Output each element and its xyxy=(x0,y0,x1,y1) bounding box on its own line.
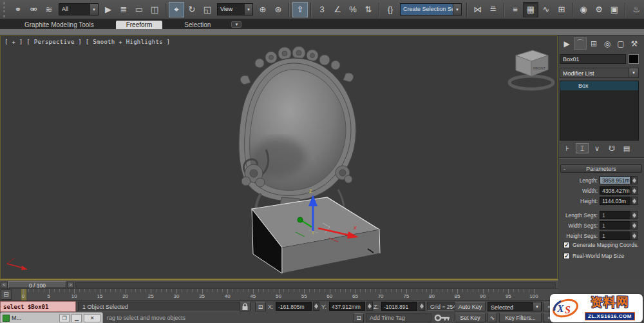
spinner-down-icon[interactable] xyxy=(632,215,636,218)
select-by-name-button[interactable]: ≣ xyxy=(116,2,131,17)
parameters-rollout-header[interactable]: - Parameters xyxy=(560,164,642,173)
tab-hierarchy[interactable]: ⊞ xyxy=(587,37,600,50)
percent-snap-button[interactable]: % xyxy=(345,2,361,17)
tab-display[interactable]: ▢ xyxy=(614,37,627,50)
chevron-down-icon[interactable]: ▼ xyxy=(533,302,541,311)
checkbox[interactable]: ✓ xyxy=(564,253,570,259)
modifier-stack-item[interactable]: Box xyxy=(560,81,638,90)
make-unique-button[interactable]: ∨ xyxy=(591,143,603,153)
pin-stack-button[interactable]: ⊦ xyxy=(561,143,574,153)
tab-selection[interactable]: Selection xyxy=(174,21,221,29)
previous-frame-button[interactable]: < xyxy=(1,282,8,288)
select-object-button[interactable]: ▶ xyxy=(100,2,116,17)
y-coordinate-field[interactable]: 437.912mm xyxy=(329,302,365,311)
box01-object[interactable] xyxy=(252,197,380,273)
mirror-button[interactable]: ⋈ xyxy=(470,2,486,17)
mirror-model[interactable] xyxy=(239,58,356,224)
chevron-down-icon[interactable]: ▼ xyxy=(453,4,461,15)
angle-snap-button[interactable]: ∠ xyxy=(330,2,345,17)
configure-modifier-sets-button[interactable]: ▤ xyxy=(620,143,633,153)
spinner-down-icon[interactable] xyxy=(632,226,636,228)
close-window-button[interactable]: ✕ xyxy=(84,314,100,322)
absolute-offset-toggle[interactable]: ⊡ xyxy=(255,302,266,311)
spinner-down-icon[interactable] xyxy=(632,201,636,204)
object-color-swatch[interactable] xyxy=(629,54,639,64)
parameter-value-field[interactable]: 4308.427m xyxy=(600,186,630,195)
set-key-button[interactable]: Set Key xyxy=(455,313,486,322)
auto-key-button[interactable]: Auto Key xyxy=(455,302,486,311)
select-and-scale-button[interactable]: ◱ xyxy=(200,2,215,17)
parameter-spinner[interactable] xyxy=(631,197,638,205)
parameter-value-field[interactable]: 1144.03m xyxy=(600,197,630,205)
time-slider-track[interactable] xyxy=(75,282,556,288)
time-slider-handle[interactable]: 0 / 100 xyxy=(8,281,66,288)
selection-lock-button[interactable] xyxy=(240,302,251,311)
tab-freeform[interactable]: Freeform xyxy=(116,21,163,29)
schematic-view-button[interactable]: ⊞ xyxy=(554,2,569,17)
viewport-label[interactable]: [ + ] [ Perspective ] [ Smooth + Highlig… xyxy=(5,39,170,45)
ribbon-minimize-icon[interactable]: ▼ xyxy=(231,21,242,28)
key-selection-dropdown[interactable]: Selected ▼ xyxy=(488,302,542,311)
parameter-value-field[interactable]: 1 xyxy=(600,211,630,219)
material-editor-button[interactable]: ◉ xyxy=(576,2,591,17)
bind-to-space-warp-button[interactable]: ≋ xyxy=(41,2,57,17)
edit-named-selection-sets-button[interactable]: {} xyxy=(383,2,398,17)
reference-coordinate-dropdown[interactable]: View▼ xyxy=(217,3,253,15)
parameter-spinner[interactable] xyxy=(631,186,638,195)
render-production-button[interactable]: ♨ xyxy=(629,2,644,17)
modifier-list-dropdown[interactable]: Modifier List ▼ xyxy=(560,68,639,78)
y-spinner[interactable] xyxy=(366,302,373,311)
tab-graphite-modeling-tools[interactable]: Graphite Modeling Tools xyxy=(14,21,104,29)
viewcube[interactable]: FRONT xyxy=(509,50,553,89)
spinner-down-icon[interactable] xyxy=(632,191,636,193)
x-coordinate-field[interactable]: -161.805m xyxy=(276,302,312,311)
minimized-window-titlebar[interactable]: M... ❐ ▁ ✕ xyxy=(0,312,103,323)
spinner-down-icon[interactable] xyxy=(632,181,636,183)
keyboard-override-button[interactable]: ⇧ xyxy=(292,2,308,17)
align-button[interactable]: ≞ xyxy=(486,2,501,17)
spinner-snap-button[interactable]: ⇅ xyxy=(361,2,376,17)
track-bar[interactable]: ⊟ 05101520253035404550556065707580859095… xyxy=(0,288,558,300)
snaps-toggle-button[interactable]: 3 xyxy=(314,2,330,17)
graphite-ribbon-toggle-button[interactable]: ▦ xyxy=(523,2,538,17)
tab-motion[interactable]: ◎ xyxy=(601,37,614,50)
unlink-selection-button[interactable]: ⚮ xyxy=(26,2,41,17)
parameter-value-field[interactable]: 1 xyxy=(600,231,630,240)
select-and-manipulate-button[interactable]: ⊛ xyxy=(270,2,286,17)
select-and-rotate-button[interactable]: ↻ xyxy=(184,2,200,17)
selection-filter-dropdown[interactable]: All▼ xyxy=(59,3,99,15)
chevron-down-icon[interactable]: ▼ xyxy=(629,68,639,78)
z-coordinate-field[interactable]: -1018.891 xyxy=(381,302,417,311)
x-spinner[interactable] xyxy=(313,302,319,311)
select-and-move-button[interactable]: ⌖ xyxy=(169,2,184,17)
modifier-stack-list[interactable]: Box xyxy=(560,81,639,141)
key-filters-button[interactable]: Key Filters... xyxy=(499,313,542,322)
chevron-down-icon[interactable]: ▼ xyxy=(244,4,252,15)
rollout-collapse-icon[interactable]: - xyxy=(564,166,565,172)
show-end-result-button[interactable]: ⌶ xyxy=(576,143,589,153)
rendered-frame-window-button[interactable]: ▣ xyxy=(607,2,622,17)
use-pivot-center-button[interactable]: ⊕ xyxy=(255,2,270,17)
add-time-tag[interactable]: Add Time Tag xyxy=(366,313,431,322)
remove-modifier-button[interactable]: ☋ xyxy=(605,143,618,153)
tab-modify[interactable]: ⌒ xyxy=(574,37,587,50)
new-key-default-in-out-tangents[interactable]: ∿ xyxy=(488,313,497,322)
toolbar-drag-handle[interactable] xyxy=(3,2,7,17)
tab-create[interactable]: ▶ xyxy=(560,37,573,50)
select-and-link-button[interactable]: ⚭ xyxy=(10,2,26,17)
set-keys-button[interactable] xyxy=(433,313,451,322)
tab-utilities[interactable]: ⚒ xyxy=(628,37,641,50)
object-name-field[interactable]: Box01 xyxy=(560,54,626,64)
checkbox[interactable]: ✓ xyxy=(564,242,570,248)
named-selection-sets-dropdown[interactable]: Create Selection Se▼ xyxy=(400,3,462,15)
parameter-spinner[interactable] xyxy=(631,211,638,219)
restore-window-button[interactable]: ❐ xyxy=(59,314,70,322)
window-crossing-button[interactable]: ◫ xyxy=(147,2,162,17)
parameter-spinner[interactable] xyxy=(631,176,638,184)
z-spinner[interactable] xyxy=(419,302,425,311)
perspective-viewport[interactable]: x z FRONT [ + ] [ Perspective ] [ Smooth… xyxy=(0,35,558,279)
rectangular-selection-button[interactable]: ▭ xyxy=(131,2,147,17)
parameter-value-field[interactable]: 1 xyxy=(600,221,630,230)
curve-editor-button[interactable]: ∿ xyxy=(538,2,554,17)
next-frame-button[interactable]: > xyxy=(67,282,74,288)
